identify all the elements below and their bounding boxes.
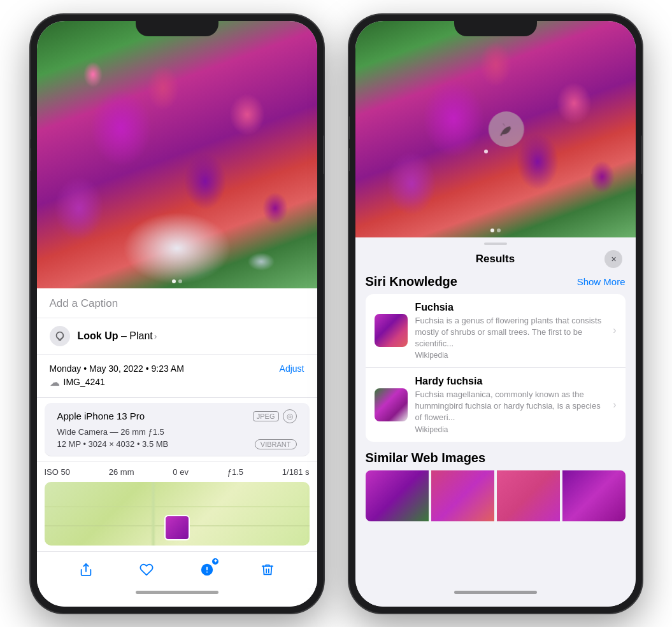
page-dot-1 [172, 279, 176, 283]
results-header: Results × [355, 245, 636, 274]
show-more-button[interactable]: Show More [577, 276, 626, 287]
exif-focal: 26 mm [109, 467, 134, 477]
similar-images-section: Similar Web Images [366, 451, 626, 521]
lookup-chevron: › [154, 331, 157, 341]
similar-img-1[interactable] [366, 470, 429, 521]
filename: IMG_4241 [64, 377, 105, 387]
lookup-label: Look Up – Plant› [78, 330, 157, 342]
exif-row: ISO 50 26 mm 0 ev ƒ1.5 1/181 s [37, 461, 317, 482]
siri-knowledge-title: Siri Knowledge [366, 274, 457, 289]
similar-title: Similar Web Images [366, 451, 626, 465]
similar-img-3[interactable] [497, 470, 560, 521]
lookup-icon-bg [50, 326, 70, 346]
results-title: Results [476, 253, 515, 265]
knowledge-card: Fuchsia Fuchsia is a genus of flowering … [366, 294, 626, 442]
map-photo-preview [164, 515, 190, 540]
siri-knowledge-header: Siri Knowledge Show More [366, 274, 626, 289]
info-button[interactable]: ✦ [196, 558, 218, 581]
map-thumbnail[interactable] [45, 482, 310, 546]
delete-button[interactable] [256, 558, 279, 581]
similar-img-2[interactable] [431, 470, 494, 521]
right-phone: Results × Siri Knowledge Show More [349, 15, 642, 613]
fuchsia-chevron-icon: › [613, 325, 616, 336]
results-panel: Results × Siri Knowledge Show More [355, 237, 636, 607]
hardy-thumbnail [375, 388, 408, 421]
left-phone: Add a Caption Look Up – Plant› [31, 15, 324, 613]
hardy-description: Fuchsia magellanica, commonly known as t… [415, 389, 606, 424]
camera-settings-icon[interactable]: ◎ [283, 409, 297, 423]
hardy-text: Hardy fuchsia Fuchsia magellanica, commo… [415, 376, 606, 434]
photo-toolbar: ✦ [37, 551, 317, 588]
share-button[interactable] [75, 558, 97, 581]
heart-button[interactable] [135, 558, 158, 581]
home-indicator-right [454, 591, 537, 594]
info-badge-dot: ✦ [211, 557, 220, 566]
file-resolution: 12 MP • 3024 × 4032 • 3.5 MB [57, 439, 169, 449]
format-badge: JPEG [253, 411, 279, 421]
hardy-name: Hardy fuchsia [415, 376, 606, 387]
meta-date: Monday • May 30, 2022 • 9:23 AM [50, 363, 184, 374]
style-badge: VIBRANT [255, 439, 297, 449]
camera-specs: Wide Camera — 26 mm ƒ1.5 [57, 427, 297, 437]
flower-photo-right [355, 21, 636, 237]
device-name: Apple iPhone 13 Pro [57, 411, 145, 421]
knowledge-item-fuchsia[interactable]: Fuchsia Fuchsia is a genus of flowering … [366, 294, 626, 369]
fuchsia-source: Wikipedia [415, 351, 606, 360]
adjust-button[interactable]: Adjust [280, 363, 304, 374]
hardy-source: Wikipedia [415, 425, 606, 434]
right-screen: Results × Siri Knowledge Show More [355, 21, 636, 607]
page-dot-r2 [497, 229, 501, 232]
left-screen: Add a Caption Look Up – Plant› [37, 21, 317, 607]
fuchsia-name: Fuchsia [415, 302, 606, 313]
close-button[interactable]: × [604, 250, 622, 268]
similar-img-4[interactable] [562, 470, 626, 521]
fuchsia-text: Fuchsia Fuchsia is a genus of flowering … [415, 302, 606, 360]
exif-ev: 0 ev [173, 467, 189, 477]
caption-area[interactable]: Add a Caption [37, 288, 317, 318]
fuchsia-description: Fuchsia is a genus of flowering plants t… [415, 315, 606, 350]
flower-photo-left[interactable] [37, 21, 317, 288]
siri-dot [484, 150, 488, 153]
caption-placeholder: Add a Caption [50, 297, 118, 309]
device-section: Apple iPhone 13 Pro JPEG ◎ Wide Camera —… [45, 403, 310, 456]
exif-aperture: ƒ1.5 [227, 467, 243, 477]
siri-visual-lookup-icon[interactable] [488, 111, 524, 147]
knowledge-item-hardy[interactable]: Hardy fuchsia Fuchsia magellanica, commo… [366, 368, 626, 442]
leaf-icon [54, 330, 66, 342]
home-indicator-left [136, 591, 218, 594]
similar-images-grid [366, 470, 626, 521]
exif-shutter: 1/181 s [282, 467, 310, 477]
results-content: Siri Knowledge Show More Fuchsia Fuchsia… [355, 274, 636, 607]
hardy-chevron-icon: › [613, 399, 616, 411]
fuchsia-thumbnail [375, 314, 408, 347]
meta-section: Monday • May 30, 2022 • 9:23 AM Adjust ☁… [37, 355, 317, 398]
page-dot-2 [178, 279, 182, 283]
cloud-icon: ☁ [50, 376, 60, 388]
page-dot-r1 [490, 229, 494, 232]
lookup-row[interactable]: Look Up – Plant› [37, 318, 317, 355]
exif-iso: ISO 50 [45, 467, 70, 477]
